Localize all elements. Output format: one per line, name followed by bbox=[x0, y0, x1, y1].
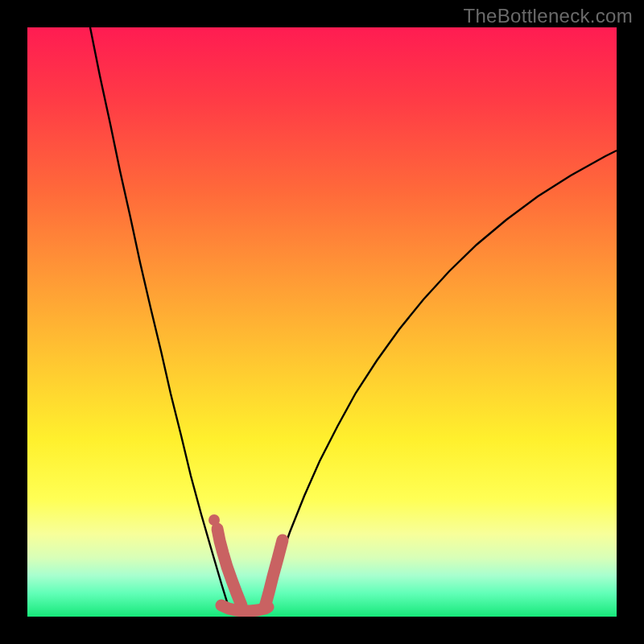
left-marker-stroke bbox=[217, 529, 242, 605]
right-marker-stroke bbox=[265, 540, 283, 607]
watermark-text: TheBottleneck.com bbox=[463, 5, 633, 27]
curve-svg bbox=[27, 27, 617, 617]
plot-area bbox=[27, 27, 617, 617]
left-curve bbox=[90, 27, 228, 605]
right-curve bbox=[266, 151, 617, 605]
chart-frame: TheBottleneck.com bbox=[0, 0, 644, 644]
left-dot bbox=[208, 514, 220, 526]
marker-stroke-group bbox=[217, 529, 283, 611]
marker-dot-group bbox=[208, 514, 220, 526]
thin-curve-group bbox=[90, 27, 617, 605]
